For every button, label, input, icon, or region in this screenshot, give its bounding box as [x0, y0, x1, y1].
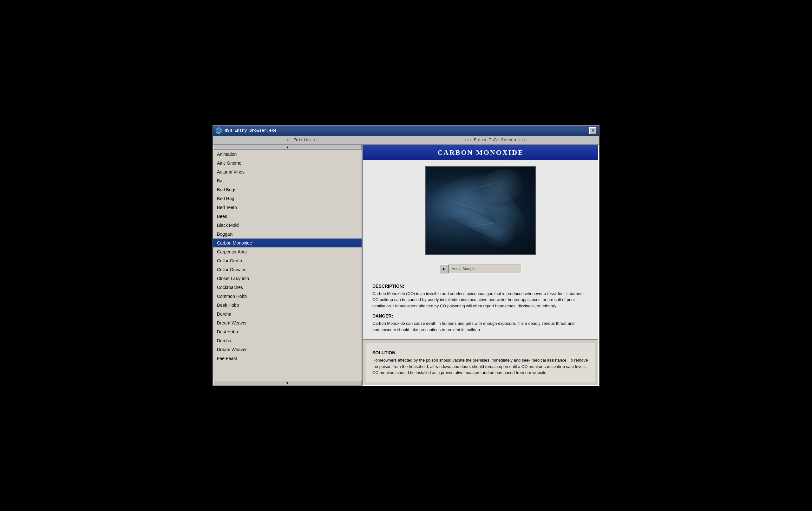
entries-list: Animation Attic Gnome Autumn Vines Bat B…	[213, 150, 361, 380]
scroll-down-button[interactable]: ▼	[213, 380, 361, 386]
description-text: Carbon Monoxide (CO) is an invisible and…	[372, 290, 589, 309]
play-button[interactable]: ▶	[440, 264, 448, 274]
title-bar-left: HSH Entry Browser.exe	[216, 127, 277, 134]
sidebar-item-bat[interactable]: Bat	[213, 176, 361, 185]
entries-menu-label: :: Entries ::	[286, 138, 318, 142]
sidebar-item-animation[interactable]: Animation	[213, 150, 361, 159]
smoke-visual	[426, 167, 535, 254]
sidebar-item-fae-feast[interactable]: Fae Feast	[213, 354, 361, 363]
sidebar-item-dream-weaver[interactable]: Dream Weaver	[213, 318, 361, 328]
description-section: DESCRIPTION: Carbon Monoxide (CO) is an …	[363, 277, 598, 339]
sidebar-item-autumn-vines[interactable]: Autumn Vines	[213, 168, 361, 176]
info-menu-label: ::: Entry Info Screen :::	[464, 138, 526, 142]
sidebar-item-closet-labyrinth[interactable]: Closet Labyrinth	[213, 274, 361, 283]
sidebar-item-carpenter-ants[interactable]: Carpenter Ants	[213, 248, 361, 256]
solution-heading: SOLUTION:	[372, 350, 589, 355]
sidebar-item-dorcha-2[interactable]: Dorcha	[213, 336, 361, 345]
solution-inner: SOLUTION: Homeowners affected by the poi…	[366, 343, 595, 382]
sidebar-item-black-mold[interactable]: Black Mold	[213, 221, 361, 230]
sidebar-item-desk-hobb[interactable]: Desk Hobb	[213, 301, 361, 310]
sidebar-item-dust-hobb[interactable]: Dust Hobb	[213, 328, 361, 336]
info-panel: Carbon Monoxide	[362, 145, 599, 386]
entry-image-container	[363, 160, 598, 261]
sidebar-item-bed-hag[interactable]: Bed Hag	[213, 194, 361, 203]
solution-text: Homeowners affected by the poison should…	[372, 357, 589, 376]
sidebar-item-dorcha[interactable]: Dorcha	[213, 310, 361, 318]
entry-title: Carbon Monoxide	[437, 148, 524, 157]
danger-text: Carbon Monoxide can cause death in human…	[372, 320, 589, 333]
sidebar-item-attic-gnome[interactable]: Attic Gnome	[213, 159, 361, 168]
scroll-up-button[interactable]: ▲	[213, 145, 361, 150]
audio-label: Audio Sample	[452, 267, 475, 271]
sidebar-item-dream-weaver-2[interactable]: Dream Weaver	[213, 345, 361, 354]
sidebar-item-bed-teeth[interactable]: Bed Teeth	[213, 203, 361, 212]
menu-bar: :: Entries :: ::: Entry Info Screen :::	[213, 136, 599, 145]
description-heading: DESCRIPTION:	[372, 284, 589, 289]
main-window: HSH Entry Browser.exe ✕ :: Entries :: ::…	[212, 125, 600, 386]
main-content: ▲ Animation Attic Gnome Autumn Vines Bat…	[213, 145, 599, 386]
title-bar: HSH Entry Browser.exe ✕	[213, 125, 599, 136]
svg-point-1	[218, 130, 220, 132]
sidebar-item-carbon-monoxide[interactable]: Carbon Monoxide	[213, 238, 361, 248]
audio-controls: ▶ Audio Sample	[363, 261, 598, 277]
danger-heading: DANGER:	[372, 313, 589, 318]
entry-title-bar: Carbon Monoxide	[363, 145, 598, 160]
sidebar-item-cellar-growths[interactable]: Cellar Growths	[213, 265, 361, 274]
sidebar-item-bees[interactable]: Bees	[213, 212, 361, 221]
sidebar-item-cellar-grotto[interactable]: Cellar Grotto	[213, 256, 361, 265]
entry-image	[425, 166, 536, 255]
sidebar-item-cockroaches[interactable]: Cockroaches	[213, 283, 361, 292]
window-title: HSH Entry Browser.exe	[225, 128, 277, 133]
app-icon	[216, 127, 222, 134]
close-button[interactable]: ✕	[589, 127, 596, 134]
solution-container: SOLUTION: Homeowners affected by the poi…	[363, 339, 598, 386]
sidebar: ▲ Animation Attic Gnome Autumn Vines Bat…	[213, 145, 362, 386]
sidebar-item-common-hobb[interactable]: Common Hobb	[213, 292, 361, 301]
audio-progress-bar[interactable]: Audio Sample	[448, 264, 521, 274]
sidebar-item-boggart[interactable]: Boggart	[213, 230, 361, 238]
sidebar-item-bed-bugs[interactable]: Bed Bugs	[213, 185, 361, 194]
